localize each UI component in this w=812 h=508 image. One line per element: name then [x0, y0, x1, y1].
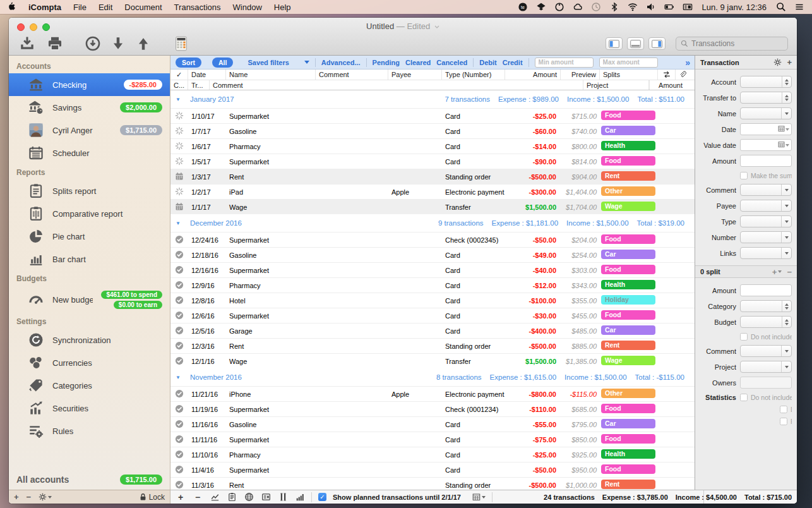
move-down-button[interactable]	[110, 35, 126, 52]
sidebar-item-scheduler[interactable]: Scheduler	[9, 142, 170, 164]
show-planned-checkbox[interactable]: ✓	[318, 493, 326, 501]
app-circle-icon[interactable]	[554, 2, 564, 12]
column-name[interactable]: Name	[226, 70, 316, 80]
download-transactions-button[interactable]	[85, 35, 101, 52]
ledger-button[interactable]	[261, 492, 271, 502]
calendar-picker-icon[interactable]	[778, 141, 785, 149]
sidebar-item-splits-report[interactable]: Splits report	[9, 179, 170, 202]
name-combo[interactable]	[740, 107, 792, 119]
toggle-left-sidebar-button[interactable]	[606, 37, 623, 50]
apple-menu-icon[interactable]	[8, 2, 16, 12]
transaction-row[interactable]: 12/24/16SupermarketCheck (0002345)-$50.0…	[170, 232, 695, 247]
add-button[interactable]: +	[176, 492, 186, 502]
keyboard-icon[interactable]	[683, 2, 693, 12]
transaction-row[interactable]: 11/11/16SupermarketCard-$75.00$850.00Foo…	[170, 432, 695, 447]
sidebar-item-bar-chart[interactable]: Bar chart	[9, 248, 170, 270]
transaction-row[interactable]: 11/10/16PharmacyCard-$25.00$925.00Health	[170, 447, 695, 462]
do-not-include-in-checkbox[interactable]	[740, 394, 748, 401]
sidebar-item-categories[interactable]: Categories	[9, 374, 170, 397]
sidebar-item-pie-chart[interactable]: Pie chart	[9, 225, 170, 248]
toggle-right-sidebar-button[interactable]	[648, 37, 666, 50]
column-comment[interactable]: Comment	[316, 70, 388, 80]
disclosure-triangle-icon[interactable]: ▼	[176, 375, 182, 380]
filter-all-button[interactable]: All	[212, 57, 233, 68]
column-payee[interactable]: Payee	[388, 70, 442, 80]
print-button[interactable]	[47, 35, 63, 52]
spotlight-icon[interactable]	[776, 2, 786, 12]
column-split-amount[interactable]: Amount	[649, 80, 686, 90]
transaction-row[interactable]: 1/2/17iPadAppleElectronic payment-$300.0…	[170, 184, 695, 199]
sidebar-item-rules[interactable]: Rules	[9, 420, 170, 442]
transaction-row[interactable]: 12/18/16GasolineCard-$49.00$254.00Car	[170, 247, 695, 262]
make-the-sum-of-checkbox[interactable]	[740, 172, 748, 179]
column-amount[interactable]: Amount	[505, 70, 561, 80]
column-checked[interactable]: ✓	[170, 70, 188, 80]
filter-debit-button[interactable]: Debit	[479, 59, 497, 66]
textexpander-icon[interactable]: te	[518, 2, 528, 12]
transaction-row[interactable]: 11/16/16GasolineCard-$55.00$795.00Car	[170, 416, 695, 432]
transaction-row[interactable]: 11/19/16SupermarketCheck (0001234)-$110.…	[170, 401, 695, 416]
sidebar-item-securities[interactable]: Securities	[9, 397, 170, 420]
battery-icon[interactable]	[664, 2, 674, 12]
number-combo[interactable]	[740, 231, 792, 243]
sidebar-item-currencies[interactable]: Currencies	[9, 351, 170, 374]
month-header-december-2016[interactable]: ▼December 20169 transactionsExpense : $1…	[170, 214, 695, 232]
column-comment-sub[interactable]: Comment	[210, 80, 583, 90]
dropbox-icon[interactable]	[536, 2, 546, 12]
sidebar-item-checking[interactable]: Checking-$285.00	[9, 73, 170, 96]
import-button[interactable]	[19, 35, 35, 52]
do-not-include-w-checkbox[interactable]	[780, 406, 787, 413]
expand-filters-button[interactable]: »	[685, 57, 690, 68]
remove-split-button[interactable]: −	[787, 267, 792, 277]
sidebar-item-comparative-report[interactable]: Comparative report	[9, 202, 170, 225]
sort-button[interactable]: Sort	[176, 57, 201, 68]
sidebar-item-all-accounts[interactable]: All accounts $1,715.00	[9, 469, 170, 490]
category-select[interactable]	[740, 300, 792, 312]
filter-cleared-button[interactable]: Cleared	[405, 59, 431, 66]
menu-item-transactions[interactable]: Transactions	[174, 3, 221, 12]
comment-combo[interactable]	[740, 184, 792, 196]
add-split-button[interactable]: +	[772, 267, 782, 277]
transaction-row[interactable]: 12/9/16PharmacyCard-$12.00$343.00Health	[170, 277, 695, 293]
column-project[interactable]: Project	[583, 80, 649, 90]
sidebar-item-synchronization[interactable]: Synchronization	[9, 329, 170, 351]
column-splits[interactable]: Splits	[600, 70, 658, 80]
stats-button[interactable]	[295, 492, 305, 502]
payee-combo[interactable]	[740, 200, 792, 212]
amount-field[interactable]	[740, 155, 792, 167]
panel-gear-icon[interactable]	[773, 58, 782, 66]
month-header-january-2017[interactable]: ▼January 20177 transactionsExpense : $98…	[170, 90, 695, 108]
transaction-row[interactable]: 12/5/16GarageCard-$400.00$485.00Car	[170, 323, 695, 338]
saved-filters-dropdown[interactable]: Saved filters	[248, 59, 309, 66]
min-amount-input[interactable]	[535, 57, 594, 68]
refund-checkbox[interactable]	[780, 418, 787, 425]
transaction-row[interactable]: 12/3/16RentStanding order-$500.00$885.00…	[170, 338, 695, 353]
account-select[interactable]	[740, 76, 792, 88]
transfer-to-select[interactable]	[740, 92, 792, 104]
transaction-row[interactable]: 12/8/16HotelCard-$100.00$355.00Holiday	[170, 293, 695, 308]
chart-button[interactable]	[210, 492, 220, 502]
sidebar-item-cyril-anger[interactable]: Cyril Anger$1,715.00	[9, 119, 170, 142]
do-not-include-in-checkbox[interactable]	[740, 333, 748, 341]
amount-field[interactable]	[740, 284, 792, 296]
owners-field[interactable]	[740, 377, 792, 389]
disclosure-triangle-icon[interactable]: ▼	[176, 221, 182, 226]
month-header-november-2016[interactable]: ▼November 20168 transactionsExpense : $1…	[170, 368, 695, 386]
column-checked-sub[interactable]: C...	[170, 80, 188, 90]
comment-combo[interactable]	[740, 345, 792, 357]
transaction-row[interactable]: 1/3/17RentStanding order-$500.00$904.00R…	[170, 169, 695, 184]
column-date[interactable]: Date	[188, 70, 226, 80]
move-up-button[interactable]	[135, 35, 152, 52]
menu-item-document[interactable]: Document	[124, 3, 162, 12]
transaction-row[interactable]: 1/10/17SupermarketCard-$25.00$715.00Food	[170, 108, 695, 123]
filter-pending-button[interactable]: Pending	[373, 59, 400, 66]
calendar-picker-icon[interactable]	[778, 125, 785, 133]
type-combo[interactable]	[740, 215, 792, 227]
transaction-row[interactable]: 1/6/17PharmacyCard-$14.00$800.00Health	[170, 138, 695, 154]
filter-canceled-button[interactable]: Canceled	[436, 59, 467, 66]
menu-app-name[interactable]: iCompta	[28, 3, 61, 12]
menu-item-window[interactable]: Window	[233, 3, 262, 12]
time-machine-icon[interactable]	[591, 2, 601, 12]
menu-item-edit[interactable]: Edit	[99, 3, 112, 12]
search-field[interactable]	[676, 37, 788, 51]
